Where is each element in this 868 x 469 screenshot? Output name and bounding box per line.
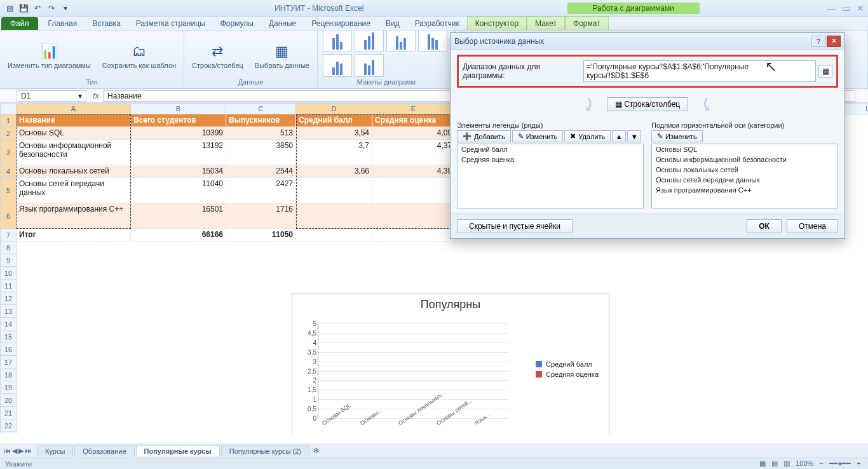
table-cell[interactable]: 11040 <box>131 178 226 203</box>
select-data-button[interactable]: ▦Выбрать данные <box>252 40 312 71</box>
row-header[interactable]: 9 <box>0 254 17 267</box>
axis-labels-list[interactable]: Основы SQLОсновы информационной безопасн… <box>651 144 838 208</box>
layout-thumb[interactable] <box>418 31 447 51</box>
prev-sheet-icon[interactable]: ◀ <box>12 447 17 455</box>
table-cell[interactable]: 11050 <box>226 229 296 241</box>
tab-view[interactable]: Вид <box>378 17 407 30</box>
row-header[interactable]: 8 <box>0 241 17 254</box>
edit-series-button[interactable]: ✎Изменить <box>512 130 564 142</box>
list-item[interactable]: Основы SQL <box>652 144 837 154</box>
list-item[interactable]: Основы сетей передачи данных <box>652 175 837 185</box>
edit-axis-labels-button[interactable]: ✎Изменить <box>651 130 703 142</box>
row-header[interactable]: 10 <box>0 267 17 280</box>
row-header[interactable]: 1 <box>0 114 17 127</box>
hidden-empty-cells-button[interactable]: Скрытые и пустые ячейки <box>457 219 573 233</box>
table-cell[interactable] <box>372 229 455 241</box>
column-header[interactable]: D <box>296 103 372 114</box>
table-cell[interactable]: 16501 <box>131 203 226 229</box>
sheet-tab[interactable]: Образование <box>74 445 134 456</box>
first-sheet-icon[interactable]: ⏮ <box>4 447 11 455</box>
table-cell[interactable] <box>296 229 372 241</box>
restore-icon[interactable]: ▭ <box>842 3 850 13</box>
qat-dropdown-icon[interactable]: ▾ <box>60 3 71 14</box>
last-sheet-icon[interactable]: ⏭ <box>25 447 32 455</box>
column-header[interactable]: A <box>17 103 131 114</box>
tab-data[interactable]: Данные <box>261 17 304 30</box>
range-picker-icon[interactable]: ▦ <box>818 65 832 78</box>
row-header[interactable]: 19 <box>0 381 17 394</box>
tab-page-layout[interactable]: Разметка страницы <box>128 17 213 30</box>
list-item[interactable]: Язык программирования C++ <box>652 185 837 195</box>
table-cell[interactable]: 66166 <box>131 229 226 241</box>
table-cell[interactable]: 15034 <box>131 165 226 178</box>
close-icon[interactable]: ✕ <box>857 3 864 13</box>
list-item[interactable]: Средний балл <box>458 144 643 154</box>
row-header[interactable]: 12 <box>0 292 17 305</box>
move-up-button[interactable]: ▲ <box>612 130 626 142</box>
normal-view-icon[interactable]: ▦ <box>759 459 766 467</box>
select-all-corner[interactable] <box>0 103 17 114</box>
table-cell[interactable]: 1716 <box>226 203 296 229</box>
cancel-button[interactable]: Отмена <box>787 219 838 233</box>
page-layout-view-icon[interactable]: ▤ <box>771 459 778 467</box>
dialog-help-icon[interactable]: ? <box>811 36 825 47</box>
row-header[interactable]: 22 <box>0 419 17 432</box>
table-cell[interactable]: 2427 <box>226 178 296 203</box>
zoom-slider[interactable]: ━━●━━ <box>829 459 851 467</box>
column-header[interactable]: B <box>131 103 226 114</box>
minimize-icon[interactable]: ― <box>827 3 836 13</box>
tab-formulas[interactable]: Формулы <box>213 17 261 30</box>
table-cell[interactable]: 10399 <box>131 127 226 140</box>
file-tab[interactable]: Файл <box>1 17 38 30</box>
row-header[interactable]: 5 <box>0 178 17 203</box>
save-icon[interactable]: 💾 <box>18 3 29 14</box>
layout-thumb[interactable] <box>386 31 416 51</box>
sheet-tab[interactable]: Популярные курсы <box>136 445 220 456</box>
remove-series-button[interactable]: ✖Удалить <box>564 130 611 142</box>
row-header[interactable]: 20 <box>0 394 17 407</box>
list-item[interactable]: Основы информационной безопасности <box>652 154 837 165</box>
sheet-tab[interactable]: Курсы <box>37 445 73 456</box>
tab-home[interactable]: Главная <box>41 17 85 30</box>
tab-review[interactable]: Рецензирование <box>304 17 378 30</box>
row-header[interactable]: 6 <box>0 203 17 229</box>
row-header[interactable]: 11 <box>0 280 17 292</box>
embedded-chart[interactable]: Популярны 00,511,522,533,544,55 Основы S… <box>292 294 609 433</box>
row-header[interactable]: 16 <box>0 343 17 356</box>
row-header[interactable]: 7 <box>0 229 17 241</box>
new-sheet-icon[interactable]: ✻ <box>313 447 319 455</box>
row-header[interactable]: 17 <box>0 356 17 369</box>
fx-icon[interactable]: fx <box>89 92 103 100</box>
table-cell[interactable]: 3850 <box>226 140 296 165</box>
save-template-button[interactable]: 🗂Сохранить как шаблон <box>100 40 179 71</box>
undo-icon[interactable]: ↶ <box>32 3 43 14</box>
row-header[interactable]: 18 <box>0 369 17 381</box>
range-input[interactable]: ='Популярные курсы'!$A$1:$A$6;'Популярны… <box>583 60 816 82</box>
page-break-view-icon[interactable]: ▥ <box>783 459 790 467</box>
row-header[interactable]: 14 <box>0 318 17 330</box>
column-header[interactable]: C <box>226 103 296 114</box>
sheet-tab[interactable]: Популярные курсы (2) <box>221 445 309 456</box>
switch-row-column-button[interactable]: ⇄Строка/столбец <box>189 40 246 71</box>
table-cell[interactable]: 513 <box>226 127 296 140</box>
name-box[interactable]: D1▾ <box>17 90 86 102</box>
row-header[interactable]: 15 <box>0 330 17 343</box>
list-item[interactable]: Средняя оценка <box>458 154 643 165</box>
row-header[interactable]: 3 <box>0 140 17 165</box>
table-header-cell[interactable]: Всего студентов <box>131 114 226 127</box>
layout-thumb[interactable] <box>323 54 352 77</box>
row-header[interactable]: 4 <box>0 165 17 178</box>
layout-thumb[interactable] <box>355 31 384 51</box>
zoom-in-icon[interactable]: + <box>857 459 861 467</box>
table-cell[interactable]: Итог <box>17 229 131 241</box>
zoom-level[interactable]: 100% <box>796 459 813 467</box>
dialog-titlebar[interactable]: Выбор источника данных ? ✕ <box>451 33 844 50</box>
add-series-button[interactable]: ➕Добавить <box>457 130 511 142</box>
tab-developer[interactable]: Разработчик <box>407 17 467 30</box>
row-header[interactable]: 2 <box>0 127 17 140</box>
row-header[interactable]: 13 <box>0 305 17 318</box>
table-cell[interactable]: 13192 <box>131 140 226 165</box>
tab-layout[interactable]: Макет <box>527 17 565 30</box>
dropdown-icon[interactable]: ▾ <box>78 92 82 100</box>
list-item[interactable]: Основы локальных сетей <box>652 165 837 175</box>
